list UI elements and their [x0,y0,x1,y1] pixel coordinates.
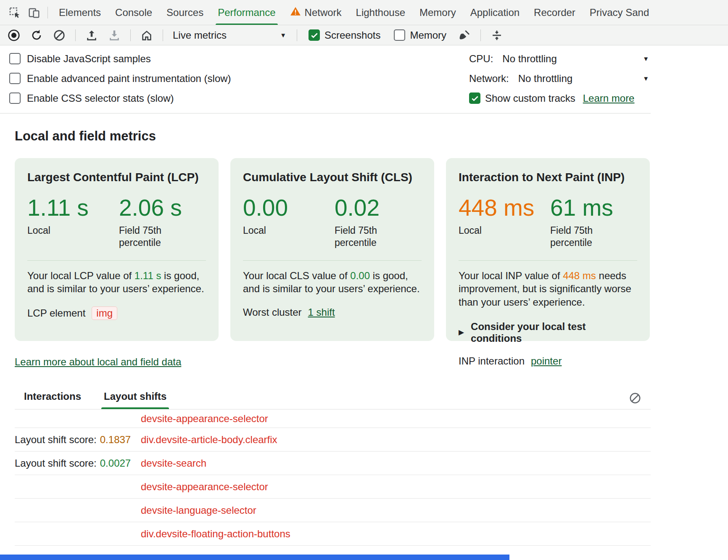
tab-privacy-sandbox[interactable]: Privacy Sand [583,0,656,25]
cls-local-value: 0.00 [243,196,335,220]
network-throttling-select[interactable]: No throttling ▼ [517,70,651,87]
tab-network[interactable]: Network [283,0,349,25]
memory-checkbox[interactable]: Memory [394,29,446,41]
tab-sources[interactable]: Sources [159,0,211,25]
screenshots-checkbox[interactable]: Screenshots [309,29,380,41]
layout-shift-row: devsite-appearance-selector [15,475,651,499]
garbage-collect-broom-icon[interactable] [454,26,475,45]
tab-performance[interactable]: Performance [211,0,282,25]
checkbox-unchecked-icon [394,29,405,41]
divider [297,29,297,41]
tab-interactions[interactable]: Interactions [21,387,84,409]
live-metrics-log: Interactions Layout shifts devsite-appea… [15,387,651,546]
metric-cards: Largest Contentful Paint (LCP) 1.11 s Lo… [15,158,651,341]
advanced-paint-instrumentation-checkbox[interactable]: Enable advanced paint instrumentation (s… [9,69,469,88]
layout-shift-row: devsite-appearance-selector [15,409,651,428]
node-link[interactable]: devsite-language-selector [141,505,256,516]
node-link[interactable]: devsite-appearance-selector [141,481,268,493]
show-custom-tracks-checkbox[interactable]: Show custom tracks [469,92,575,104]
record-button[interactable] [3,26,24,45]
local-field-data-learn-more-link[interactable]: Learn more about local and field data [15,356,181,368]
divider [130,29,131,41]
tab-lighthouse[interactable]: Lighthouse [349,0,412,25]
expand-triangle-icon: ▶ [459,328,464,337]
dropdown-caret-icon: ▼ [643,75,649,82]
layout-shift-row: Layout shift score:0.0027 devsite-search [15,452,651,475]
collapse-icon[interactable] [486,26,507,45]
warning-icon [290,6,301,19]
custom-tracks-learn-more-link[interactable]: Learn more [583,92,635,104]
node-link[interactable]: devsite-appearance-selector [141,413,268,425]
disable-js-samples-checkbox[interactable]: Disable JavaScript samples [9,49,469,69]
cls-description: Your local CLS value of 0.00 is good, an… [243,269,422,296]
devtools-tabbar: Elements Console Sources Performance Net… [0,0,728,25]
inp-values: 448 ms Local 61 ms Field 75th percentile [459,196,637,249]
lcp-local-label: Local [27,225,119,237]
clear-recording-button[interactable] [49,26,70,45]
lcp-field-label: Field 75th percentile [119,225,190,249]
layout-shift-row: Layout shift score:0.1837 div.devsite-ar… [15,428,651,452]
node-link[interactable]: div.devsite-article-body.clearfix [141,434,277,446]
cpu-throttling-select[interactable]: No throttling ▼ [501,50,651,67]
home-icon[interactable] [136,26,157,45]
lcp-card: Largest Contentful Paint (LCP) 1.11 s Lo… [15,158,219,341]
local-test-conditions-expander[interactable]: ▶ Consider your local test conditions [459,321,637,344]
inp-field-value: 61 ms [550,196,622,220]
shift-score-value: 0.1837 [100,434,131,445]
lcp-field-value: 2.06 s [119,196,190,220]
node-link[interactable]: div.devsite-floating-action-buttons [141,528,290,540]
layout-shift-row: devsite-language-selector [15,499,651,522]
lcp-values: 1.11 s Local 2.06 s Field 75th percentil… [27,196,206,249]
performance-toolbar: Live metrics ▼ Screenshots Memory [0,25,728,45]
divider [459,260,637,261]
node-link[interactable]: devsite-search [141,457,206,469]
tab-recorder[interactable]: Recorder [527,0,583,25]
clear-log-button[interactable] [625,388,645,408]
show-custom-tracks-row: Show custom tracks Learn more [469,88,651,108]
cls-field-label: Field 75th percentile [335,225,406,249]
cls-values: 0.00 Local 0.02 Field 75th percentile [243,196,422,249]
live-metrics-select[interactable]: Live metrics ▼ [169,27,291,44]
cpu-label: CPU: [469,53,493,65]
page-title: Local and field metrics [15,129,651,144]
settings-right-column: CPU: No throttling ▼ Network: No throttl… [469,49,651,108]
inp-field-label: Field 75th percentile [550,225,622,249]
panel-tabs: Elements Console Sources Performance Net… [52,0,656,25]
divider [480,29,481,41]
cls-local-label: Local [243,225,335,237]
live-metrics-view: Local and field metrics Largest Contentf… [0,114,651,546]
cls-card: Cumulative Layout Shift (CLS) 0.00 Local… [230,158,434,341]
bottom-highlight-bar [0,555,509,560]
tab-layout-shifts[interactable]: Layout shifts [101,387,169,409]
divider [27,260,206,261]
load-profile-icon[interactable] [81,26,102,45]
network-throttling-row: Network: No throttling ▼ [469,69,651,88]
inp-interaction-link[interactable]: pointer [531,355,562,367]
inp-local-value: 448 ms [459,196,550,220]
checkbox-unchecked-icon [9,53,21,64]
lcp-local-value: 1.11 s [27,196,119,220]
save-profile-icon[interactable] [104,26,125,45]
reload-and-record-button[interactable] [26,26,47,45]
dropdown-caret-icon: ▼ [280,32,286,39]
shift-score-value: 0.0027 [100,457,131,469]
tab-application[interactable]: Application [463,0,527,25]
tab-memory[interactable]: Memory [412,0,463,25]
lcp-card-title: Largest Contentful Paint (LCP) [27,171,206,184]
inp-card: Interaction to Next Paint (INP) 448 ms L… [446,158,650,341]
divider [47,7,48,18]
settings-left-column: Disable JavaScript samples Enable advanc… [9,49,469,108]
checkbox-unchecked-icon [9,92,21,104]
divider [243,260,422,261]
device-toolbar-icon[interactable] [24,3,44,22]
worst-cluster-link[interactable]: 1 shift [308,306,335,318]
tab-elements[interactable]: Elements [52,0,108,25]
inp-interaction-row: INP interaction pointer [459,355,637,367]
inspect-element-icon[interactable] [5,3,24,22]
lcp-element-node-link[interactable]: img [92,306,117,320]
tab-console[interactable]: Console [108,0,159,25]
css-selector-stats-checkbox[interactable]: Enable CSS selector stats (slow) [9,88,469,108]
checkbox-checked-icon [309,29,320,41]
inp-card-title: Interaction to Next Paint (INP) [459,171,637,184]
lcp-element-row: LCP element img [27,306,206,320]
